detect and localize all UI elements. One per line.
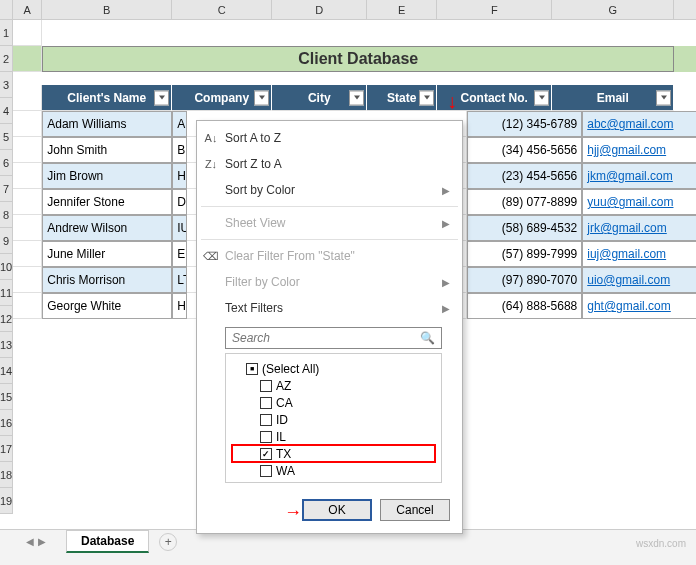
cell-name[interactable]: John Smith bbox=[42, 137, 172, 163]
cell-email[interactable]: iuj@gmail.com bbox=[582, 241, 696, 267]
cell[interactable] bbox=[13, 20, 42, 46]
row-header[interactable]: 16 bbox=[0, 410, 12, 436]
filter-value-list[interactable]: (Select All) AZ CA ID IL TX WA bbox=[225, 353, 442, 483]
cell-contact[interactable]: (89) 077-8899 bbox=[467, 189, 582, 215]
cell-name[interactable]: Chris Morrison bbox=[42, 267, 172, 293]
cell-name[interactable]: Adam Williams bbox=[42, 111, 172, 137]
cell-company[interactable]: HI bbox=[172, 293, 187, 319]
cell-company[interactable]: IU bbox=[172, 215, 187, 241]
cell-company[interactable]: BI bbox=[172, 137, 187, 163]
row-header[interactable]: 3 bbox=[0, 72, 12, 98]
filter-button[interactable] bbox=[656, 90, 671, 105]
text-filters-item[interactable]: Text Filters▶ bbox=[197, 295, 462, 321]
cell-company[interactable]: LT bbox=[172, 267, 187, 293]
cell-email[interactable]: hjj@gmail.com bbox=[582, 137, 696, 163]
filter-by-color-item[interactable]: Filter by Color▶ bbox=[197, 269, 462, 295]
cell-name[interactable]: Jennifer Stone bbox=[42, 189, 172, 215]
chevron-right-icon[interactable]: ▶ bbox=[38, 536, 46, 547]
search-input[interactable] bbox=[232, 331, 420, 345]
row-header[interactable]: 8 bbox=[0, 202, 12, 228]
checkbox-icon[interactable] bbox=[260, 465, 272, 477]
cell-company[interactable]: AI bbox=[172, 111, 187, 137]
search-box[interactable]: 🔍 bbox=[225, 327, 442, 349]
cell[interactable] bbox=[13, 85, 42, 111]
row-header[interactable]: 4 bbox=[0, 98, 12, 124]
row-header[interactable]: 15 bbox=[0, 384, 12, 410]
ok-button[interactable]: OK bbox=[302, 499, 372, 521]
checkbox-icon[interactable] bbox=[260, 414, 272, 426]
sort-za-item[interactable]: Z↓Sort Z to A bbox=[197, 151, 462, 177]
cell-contact[interactable]: (34) 456-5656 bbox=[467, 137, 582, 163]
filter-button[interactable] bbox=[349, 90, 364, 105]
check-il[interactable]: IL bbox=[232, 428, 435, 445]
row-header[interactable]: 1 bbox=[0, 20, 12, 46]
cell-name[interactable]: June Miller bbox=[42, 241, 172, 267]
cell[interactable] bbox=[13, 163, 42, 189]
col-header[interactable]: A bbox=[13, 0, 42, 19]
check-wa[interactable]: WA bbox=[232, 462, 435, 479]
row-header[interactable]: 19 bbox=[0, 488, 12, 514]
row-header[interactable]: 11 bbox=[0, 280, 12, 306]
row-header[interactable]: 10 bbox=[0, 254, 12, 280]
sheet-view-item[interactable]: Sheet View▶ bbox=[197, 210, 462, 236]
cell-email[interactable]: ght@gmail.com bbox=[582, 293, 696, 319]
filter-button[interactable] bbox=[534, 90, 549, 105]
check-select-all[interactable]: (Select All) bbox=[232, 360, 435, 377]
sheet-tab-database[interactable]: Database bbox=[66, 530, 149, 553]
select-all-corner[interactable] bbox=[0, 0, 12, 20]
filter-button[interactable] bbox=[419, 90, 434, 105]
row-header[interactable]: 2 bbox=[0, 46, 12, 72]
col-header[interactable]: B bbox=[42, 0, 172, 19]
col-header[interactable]: D bbox=[272, 0, 367, 19]
cell-email[interactable]: uio@gmail.com bbox=[582, 267, 696, 293]
cell[interactable] bbox=[13, 46, 42, 72]
cell[interactable] bbox=[13, 267, 42, 293]
cell-name[interactable]: Andrew Wilson bbox=[42, 215, 172, 241]
cell[interactable] bbox=[13, 111, 42, 137]
chevron-left-icon[interactable]: ◀ bbox=[26, 536, 34, 547]
row-header[interactable]: 5 bbox=[0, 124, 12, 150]
sort-az-item[interactable]: A↓Sort A to Z bbox=[197, 125, 462, 151]
cell-email[interactable]: jkm@gmail.com bbox=[582, 163, 696, 189]
row-header[interactable]: 9 bbox=[0, 228, 12, 254]
check-ca[interactable]: CA bbox=[232, 394, 435, 411]
filter-button[interactable] bbox=[254, 90, 269, 105]
check-az[interactable]: AZ bbox=[232, 377, 435, 394]
row-header[interactable]: 7 bbox=[0, 176, 12, 202]
checkbox-icon[interactable] bbox=[246, 363, 258, 375]
cell[interactable] bbox=[13, 137, 42, 163]
cell-name[interactable]: George White bbox=[42, 293, 172, 319]
cell[interactable] bbox=[13, 293, 42, 319]
cell-email[interactable]: abc@gmail.com bbox=[582, 111, 696, 137]
row-header[interactable]: 12 bbox=[0, 306, 12, 332]
row-header[interactable]: 18 bbox=[0, 462, 12, 488]
sort-by-color-item[interactable]: Sort by Color▶ bbox=[197, 177, 462, 203]
cell-name[interactable]: Jim Brown bbox=[42, 163, 172, 189]
col-header[interactable]: G bbox=[552, 0, 674, 19]
clear-filter-item[interactable]: ⌫Clear Filter From "State" bbox=[197, 243, 462, 269]
col-header[interactable]: C bbox=[172, 0, 272, 19]
filter-button[interactable] bbox=[154, 90, 169, 105]
cell-contact[interactable]: (58) 689-4532 bbox=[467, 215, 582, 241]
checkbox-icon[interactable] bbox=[260, 397, 272, 409]
checkbox-icon[interactable] bbox=[260, 448, 272, 460]
cell-contact[interactable]: (97) 890-7070 bbox=[467, 267, 582, 293]
row-header[interactable]: 17 bbox=[0, 436, 12, 462]
tab-nav[interactable]: ◀▶ bbox=[26, 536, 46, 547]
cell-company[interactable]: Dc bbox=[172, 189, 187, 215]
cell-contact[interactable]: (23) 454-5656 bbox=[467, 163, 582, 189]
cell-contact[interactable]: (12) 345-6789 bbox=[467, 111, 582, 137]
cell-contact[interactable]: (64) 888-5688 bbox=[467, 293, 582, 319]
checkbox-icon[interactable] bbox=[260, 380, 272, 392]
col-header[interactable]: F bbox=[437, 0, 552, 19]
row-header[interactable]: 14 bbox=[0, 358, 12, 384]
cell[interactable] bbox=[13, 215, 42, 241]
cell-email[interactable]: jrk@gmail.com bbox=[582, 215, 696, 241]
checkbox-icon[interactable] bbox=[260, 431, 272, 443]
cell[interactable] bbox=[13, 72, 42, 85]
cell[interactable] bbox=[13, 241, 42, 267]
row-header[interactable]: 13 bbox=[0, 332, 12, 358]
cell-email[interactable]: yuu@gmail.com bbox=[582, 189, 696, 215]
col-header[interactable]: E bbox=[367, 0, 437, 19]
add-sheet-button[interactable]: + bbox=[159, 533, 177, 551]
